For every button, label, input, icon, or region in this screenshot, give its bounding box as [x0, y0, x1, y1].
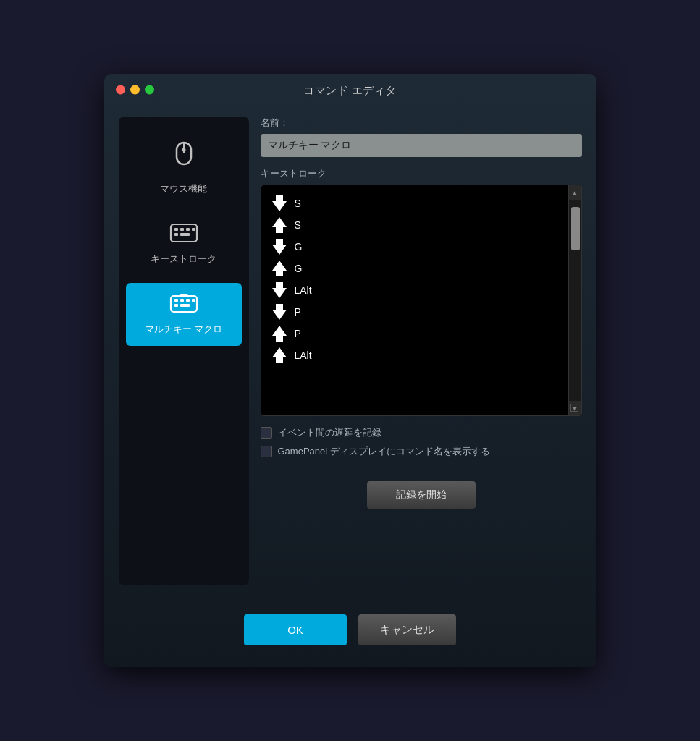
- key-name: LAlt: [295, 284, 312, 296]
- sidebar: マウス機能 キーストローク: [119, 117, 249, 585]
- sidebar-item-mouse[interactable]: マウス機能: [126, 131, 242, 206]
- name-input[interactable]: [261, 134, 582, 157]
- svg-point-2: [182, 148, 185, 152]
- name-label: 名前：: [261, 117, 582, 130]
- name-field-section: 名前：: [261, 117, 582, 157]
- sidebar-item-keystroke[interactable]: キーストローク: [126, 213, 242, 276]
- keystroke-list[interactable]: S S: [261, 185, 568, 415]
- svg-marker-20: [272, 239, 287, 255]
- multikey-icon: [169, 293, 198, 317]
- arrow-up-icon: [271, 347, 287, 363]
- key-name: G: [295, 263, 303, 274]
- keystroke-row: G: [267, 258, 562, 279]
- sidebar-item-keystroke-label: キーストローク: [151, 253, 216, 266]
- arrow-down-icon: [271, 304, 287, 320]
- svg-marker-24: [272, 326, 287, 342]
- scroll-thumb: [571, 207, 580, 250]
- keyboard-icon: [169, 223, 198, 247]
- svg-marker-23: [272, 304, 287, 320]
- keystroke-row: LAlt: [267, 279, 562, 301]
- svg-rect-9: [192, 228, 195, 231]
- svg-rect-15: [180, 304, 190, 307]
- sidebar-item-mouse-label: マウス機能: [160, 182, 207, 195]
- arrow-down-icon: [271, 282, 287, 298]
- key-name: LAlt: [295, 350, 312, 361]
- svg-rect-17: [180, 294, 188, 297]
- close-button[interactable]: [116, 85, 125, 94]
- arrow-up-icon: [271, 326, 287, 342]
- checkbox-row-delay[interactable]: イベント間の遅延を記録: [261, 426, 582, 439]
- dialog-window: コマンド エディタ マウス機能: [104, 74, 596, 667]
- sidebar-item-multikey[interactable]: マルチキー マクロ: [126, 283, 242, 346]
- keystroke-row: P: [267, 323, 562, 344]
- svg-rect-11: [174, 299, 178, 302]
- maximize-button[interactable]: [145, 85, 154, 94]
- keystroke-row: S: [267, 214, 562, 236]
- cancel-button[interactable]: キャンセル: [358, 614, 456, 645]
- keystroke-list-container: S S: [261, 185, 582, 416]
- svg-rect-14: [174, 304, 178, 307]
- svg-marker-21: [272, 261, 287, 276]
- keystroke-label: キーストローク: [261, 167, 582, 180]
- arrow-up-icon: [271, 261, 287, 276]
- sidebar-item-multikey-label: マルチキー マクロ: [145, 323, 223, 336]
- key-name: P: [295, 306, 301, 318]
- keystroke-row: LAlt: [267, 344, 562, 366]
- arrow-down-icon: [271, 239, 287, 255]
- key-name: S: [295, 198, 301, 209]
- svg-rect-7: [174, 233, 178, 236]
- mouse-icon: [171, 141, 197, 177]
- key-name: S: [295, 219, 301, 231]
- svg-rect-12: [180, 299, 184, 302]
- svg-rect-16: [192, 299, 195, 302]
- keystroke-row: G: [267, 236, 562, 258]
- dialog-title: コマンド エディタ: [303, 84, 397, 98]
- checkbox-section: イベント間の遅延を記録 GamePanel ディスプレイにコマンド名を表示する: [261, 426, 582, 458]
- right-panel: 名前： キーストローク S: [261, 117, 582, 585]
- minimize-button[interactable]: [130, 85, 140, 94]
- keystroke-row: S: [267, 192, 562, 214]
- checkbox-gamepanel-label: GamePanel ディスプレイにコマンド名を表示する: [278, 445, 490, 458]
- checkbox-delay[interactable]: [261, 427, 272, 439]
- bottom-buttons: OK キャンセル: [104, 600, 596, 667]
- svg-marker-25: [272, 347, 287, 363]
- main-content: マウス機能 キーストローク: [104, 105, 596, 600]
- arrow-up-icon: [271, 217, 287, 233]
- svg-marker-22: [272, 282, 287, 298]
- corner-indicator: [570, 404, 578, 412]
- key-name: P: [295, 328, 301, 339]
- window-controls: [116, 85, 154, 94]
- ok-button[interactable]: OK: [244, 614, 347, 645]
- checkbox-gamepanel[interactable]: [261, 446, 272, 457]
- record-button-section: 記録を開始: [261, 474, 582, 509]
- key-name: G: [295, 241, 303, 253]
- arrow-down-icon: [271, 195, 287, 211]
- svg-rect-6: [186, 228, 190, 231]
- scrollbar[interactable]: ▲ ▼: [568, 185, 581, 415]
- keystroke-row: P: [267, 301, 562, 323]
- svg-marker-18: [272, 195, 287, 211]
- svg-marker-19: [272, 217, 287, 233]
- svg-rect-13: [186, 299, 190, 302]
- keystroke-section: キーストローク S: [261, 167, 582, 416]
- checkbox-delay-label: イベント間の遅延を記録: [278, 426, 381, 439]
- scroll-track: [569, 200, 581, 401]
- scroll-up-arrow[interactable]: ▲: [569, 185, 581, 200]
- svg-rect-4: [174, 228, 178, 231]
- title-bar: コマンド エディタ: [104, 74, 596, 105]
- record-button[interactable]: 記録を開始: [367, 481, 476, 509]
- checkbox-row-gamepanel[interactable]: GamePanel ディスプレイにコマンド名を表示する: [261, 445, 582, 458]
- svg-rect-5: [180, 228, 184, 231]
- svg-rect-8: [180, 233, 190, 236]
